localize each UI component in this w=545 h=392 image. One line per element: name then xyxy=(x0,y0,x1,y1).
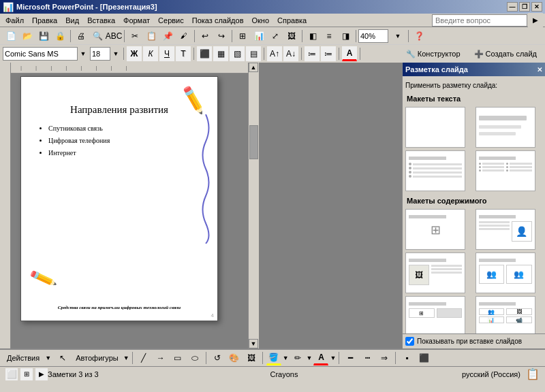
help-button[interactable]: ❓ xyxy=(411,29,426,44)
zoom-dropdown[interactable]: ▼ xyxy=(390,29,405,44)
font-dropdown[interactable]: ▼ xyxy=(78,46,88,61)
search-button[interactable]: ▶ xyxy=(528,13,543,28)
fill-color-btn[interactable]: 🪣 xyxy=(266,350,281,365)
layout-two-columns[interactable] xyxy=(476,150,535,191)
size-dropdown[interactable]: ▼ xyxy=(111,46,121,61)
scroll-up-button[interactable]: ▲ xyxy=(249,63,258,72)
actions-button[interactable]: Действия xyxy=(3,350,43,365)
close-button[interactable]: ✕ xyxy=(531,2,542,12)
bullets-button[interactable]: ≔ xyxy=(321,46,336,61)
show-on-insert-checkbox[interactable] xyxy=(405,337,414,346)
cut-button[interactable]: ✂ xyxy=(127,29,142,44)
bold-button[interactable]: Ж xyxy=(127,46,142,61)
menu-view[interactable]: Вид xyxy=(61,15,83,26)
line-color-btn[interactable]: ✏ xyxy=(290,350,305,365)
panel-close-icon[interactable]: ✕ xyxy=(537,66,542,74)
insert-table-button[interactable]: ⊞ xyxy=(235,29,250,44)
paste-button[interactable]: 📌 xyxy=(160,29,175,44)
search-input[interactable] xyxy=(432,14,527,27)
layout-content2[interactable]: 👤 xyxy=(476,209,535,250)
copy-button[interactable]: 📋 xyxy=(144,29,159,44)
font-color-button[interactable]: A xyxy=(342,46,357,61)
arrow-style-btn[interactable]: ⇒ xyxy=(377,350,392,365)
shadow-button[interactable]: Т xyxy=(176,46,191,61)
3d-style-btn[interactable]: ⬛ xyxy=(416,350,431,365)
undo-button[interactable]: ↩ xyxy=(198,29,213,44)
layout-content3[interactable]: 🖼 xyxy=(405,252,465,293)
font-selector[interactable]: Comic Sans MS xyxy=(3,47,78,61)
font-color-draw-dropdown[interactable]: ▼ xyxy=(330,355,336,361)
menu-file[interactable]: Файл xyxy=(1,15,28,26)
new-button[interactable]: 📄 xyxy=(3,29,18,44)
menu-window[interactable]: Окно xyxy=(248,15,274,26)
normal-view-btn[interactable]: ⬜ xyxy=(5,368,18,380)
autoshapes-dropdown-icon[interactable]: ▼ xyxy=(123,355,129,361)
arrow-button[interactable]: → xyxy=(153,350,168,365)
align-left-button[interactable]: ◧ xyxy=(305,29,320,44)
pointer-button[interactable]: ↖ xyxy=(55,350,70,365)
layout-content4[interactable]: 👥 👥 xyxy=(476,252,535,293)
minimize-button[interactable]: — xyxy=(507,2,518,12)
menu-help[interactable]: Справка xyxy=(273,15,311,26)
redo-button[interactable]: ↪ xyxy=(214,29,229,44)
menu-insert[interactable]: Вставка xyxy=(83,15,119,26)
ellipse-button[interactable]: ⬭ xyxy=(187,350,202,365)
scroll-thumb[interactable] xyxy=(249,125,258,159)
maximize-button[interactable]: ❐ xyxy=(519,2,530,12)
layout-bullets[interactable] xyxy=(405,150,465,191)
layout-content6[interactable]: 👥 📊 🖼 📹 xyxy=(476,296,535,333)
align-center-button[interactable]: ≡ xyxy=(322,29,337,44)
italic-button[interactable]: К xyxy=(143,46,158,61)
justify-fmt[interactable]: ▤ xyxy=(246,46,261,61)
clipart-button[interactable]: 🎨 xyxy=(227,350,242,365)
rectangle-button[interactable]: ▭ xyxy=(170,350,185,365)
font-size-decrease[interactable]: A↓ xyxy=(283,46,298,61)
align-left-fmt[interactable]: ⬛ xyxy=(197,46,212,61)
font-size-increase[interactable]: A↑ xyxy=(267,46,282,61)
insert-picture-button[interactable]: 🖼 xyxy=(284,29,299,44)
slide-canvas[interactable]: Направления развития Спутниковая связь Ц… xyxy=(20,76,218,321)
rotate-button[interactable]: ↺ xyxy=(210,350,225,365)
preview-button[interactable]: 🔍 xyxy=(90,29,105,44)
line-button[interactable]: ╱ xyxy=(136,350,151,365)
save-button[interactable]: 💾 xyxy=(36,29,51,44)
sozdat-slaid-button[interactable]: ➕ Создать слайд xyxy=(469,46,542,61)
line-color-dropdown[interactable]: ▼ xyxy=(307,355,313,361)
align-right-button[interactable]: ◨ xyxy=(338,29,353,44)
slide-sorter-btn[interactable]: ⊞ xyxy=(20,368,33,380)
numbering-button[interactable]: ≔ xyxy=(305,46,320,61)
open-button[interactable]: 📂 xyxy=(20,29,35,44)
scroll-down-button[interactable]: ▼ xyxy=(249,339,258,348)
align-right-fmt[interactable]: ▧ xyxy=(230,46,245,61)
permissions-button[interactable]: 🔒 xyxy=(52,29,67,44)
menu-format[interactable]: Формат xyxy=(119,15,154,26)
menu-edit[interactable]: Правка xyxy=(28,15,61,26)
size-selector[interactable]: 18 xyxy=(90,47,110,61)
print-button[interactable]: 🖨 xyxy=(74,29,89,44)
fill-color-dropdown[interactable]: ▼ xyxy=(283,355,289,361)
dash-style-btn[interactable]: ┅ xyxy=(360,350,375,365)
slide-editing-area[interactable]: |||||||| Направления развития Спутникова… xyxy=(0,63,402,348)
layout-content1[interactable]: ⊞ xyxy=(405,209,465,250)
format-copy-button[interactable]: 🖌 xyxy=(176,29,191,44)
konstruktor-button[interactable]: 🔧 Конструктор xyxy=(401,46,465,61)
menu-service[interactable]: Сервис xyxy=(154,15,188,26)
layout-title-only[interactable] xyxy=(476,107,535,148)
layout-content5[interactable]: ⊞ xyxy=(405,296,465,333)
underline-button[interactable]: Ч xyxy=(159,46,174,61)
actions-dropdown-icon[interactable]: ▼ xyxy=(45,355,51,361)
slideshow-btn[interactable]: ▶ xyxy=(35,368,48,380)
font-color-draw-btn[interactable]: A xyxy=(313,350,328,365)
expand-button[interactable]: ⤢ xyxy=(268,29,283,44)
panel-body[interactable]: Применить разметку слайда: Макеты текста xyxy=(403,76,545,333)
insert-chart-button[interactable]: 📊 xyxy=(251,29,266,44)
zoom-input[interactable]: 40% xyxy=(358,29,388,43)
picture-button[interactable]: 🖼 xyxy=(244,350,259,365)
align-center-fmt[interactable]: ▦ xyxy=(213,46,228,61)
layout-blank[interactable] xyxy=(405,107,465,148)
line-style-btn[interactable]: ━ xyxy=(343,350,358,365)
autoshapes-button[interactable]: Автофигуры xyxy=(72,350,122,365)
vertical-scrollbar[interactable]: ▲ ▼ xyxy=(248,63,259,348)
shadow-style-btn[interactable]: ▪ xyxy=(399,350,414,365)
menu-slideshow[interactable]: Показ слайдов xyxy=(188,15,248,26)
